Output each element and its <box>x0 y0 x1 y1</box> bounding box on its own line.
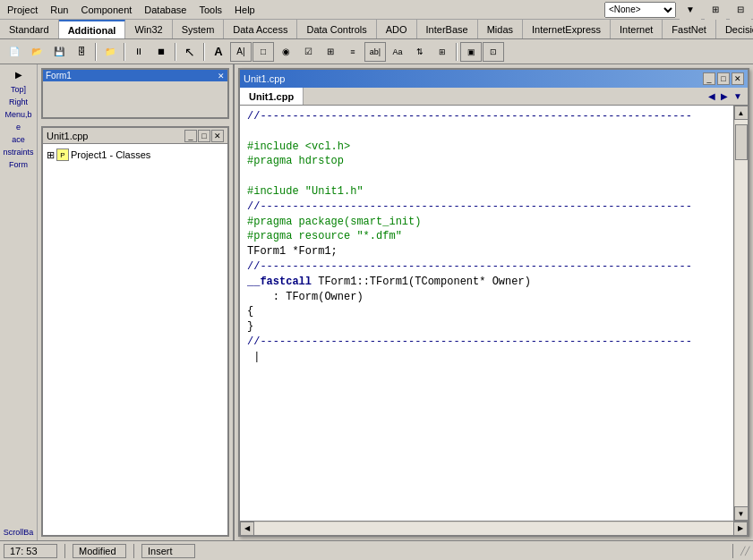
btn-memo[interactable]: ≡ <box>342 42 364 62</box>
sidebar-label-e[interactable]: e <box>16 123 21 132</box>
tab-datacontrols[interactable]: Data Controls <box>297 20 376 38</box>
status-div1 <box>64 544 65 558</box>
btn-font[interactable]: A <box>208 42 229 62</box>
btn-saveall[interactable]: 🗄 <box>71 42 92 62</box>
expand-icon: ⊞ <box>47 149 55 161</box>
sidebar-arrow-up[interactable]: ▶ <box>13 68 24 81</box>
tree-maximize[interactable]: □ <box>198 130 210 142</box>
btn-check[interactable]: ☑ <box>297 42 319 62</box>
tab-midas[interactable]: Midas <box>478 20 523 38</box>
tab-win32[interactable]: Win32 <box>125 20 172 38</box>
code-line-5 <box>247 169 726 184</box>
tree-item-project[interactable]: ⊞ P Project1 - Classes <box>47 148 224 162</box>
btn-scroll[interactable]: ⇅ <box>409 42 431 62</box>
body-area: ▶ Top] Right Menu,b e ace nstraints Form… <box>0 64 753 540</box>
sidebar-label-menub[interactable]: Menu,b <box>4 110 31 119</box>
menu-tools[interactable]: Tools <box>193 3 227 17</box>
status-position: 17: 53 <box>4 544 57 558</box>
tree-titlebar: Unit1.cpp _ □ ✕ <box>43 128 227 144</box>
btn-radio[interactable]: ◉ <box>275 42 296 62</box>
h-scrollbar-left-btn[interactable]: ◀ <box>240 522 254 536</box>
btn-group[interactable]: ⊞ <box>320 42 341 62</box>
ide-window: Unit1.cpp _ □ ✕ Unit1.cpp ◀ ▶ ▼ <box>238 68 749 537</box>
code-wrapper: //--------------------------------------… <box>240 106 748 521</box>
btn-toggle1[interactable]: ▣ <box>460 42 482 62</box>
sidebar-label-form[interactable]: Form <box>9 160 28 169</box>
btn-grid[interactable]: ⊞ <box>432 42 453 62</box>
tab-system[interactable]: System <box>173 20 225 38</box>
sep3 <box>175 43 176 61</box>
sidebar-label-right[interactable]: Right <box>9 98 28 106</box>
btn-toggle2[interactable]: ⊡ <box>483 42 504 62</box>
ide-titlebar-buttons: _ □ ✕ <box>703 72 744 85</box>
btn-open2[interactable]: 📁 <box>99 42 121 62</box>
sep1 <box>95 43 97 61</box>
code-editor[interactable]: //--------------------------------------… <box>240 106 733 521</box>
tab-interbase[interactable]: InterBase <box>417 20 478 38</box>
sidebar-label-top[interactable]: Top] <box>11 85 26 94</box>
ide-close-btn[interactable]: ✕ <box>732 72 744 85</box>
tree-title: Unit1.cpp <box>47 131 88 141</box>
code-line-12: __fastcall TForm1::TForm1(TComponent* Ow… <box>247 275 726 290</box>
code-line-3: #include <vcl.h> <box>247 140 726 155</box>
btn-save[interactable]: 💾 <box>48 42 70 62</box>
btn-label[interactable]: Aa <box>387 42 408 62</box>
editor-nav-fwd[interactable]: ▶ <box>719 91 730 101</box>
code-line-14: { <box>247 304 726 319</box>
btn-pause[interactable]: ⏸ <box>128 42 150 62</box>
code-line-2 <box>247 124 726 140</box>
btn-arrow[interactable]: ↖ <box>179 42 201 62</box>
scrollbar-down-btn[interactable]: ▼ <box>734 506 749 521</box>
tab-standard[interactable]: Standard <box>0 20 59 38</box>
tab-decision[interactable]: Decision C <box>716 20 753 38</box>
btn-text[interactable]: A| <box>230 42 252 62</box>
tab-dataaccess[interactable]: Data Access <box>224 20 297 38</box>
sidebar-label-ace[interactable]: ace <box>12 135 25 144</box>
sidebar-label-nstraints[interactable]: nstraints <box>3 148 33 157</box>
btn-open[interactable]: 📂 <box>26 42 47 62</box>
project-icon: P <box>56 148 69 161</box>
btn-frame[interactable]: □ <box>252 42 274 62</box>
h-scrollbar-right-btn[interactable]: ▶ <box>733 522 748 536</box>
tab-internetexpress[interactable]: InternetExpress <box>523 20 611 38</box>
btn-new[interactable]: 📄 <box>4 42 25 62</box>
tab-ado[interactable]: ADO <box>377 20 417 38</box>
status-div2 <box>133 544 134 558</box>
tab-fastnet[interactable]: FastNet <box>663 20 716 38</box>
editor-nav-back[interactable]: ◀ <box>706 91 717 101</box>
tree-minimize[interactable]: _ <box>184 130 197 142</box>
horizontal-scrollbar: ◀ ▶ <box>240 521 748 535</box>
code-line-9: #pragma resource "*.dfm" <box>247 229 726 244</box>
tab-additional[interactable]: Additional <box>59 20 126 38</box>
menu-database[interactable]: Database <box>139 3 192 17</box>
ide-minimize-btn[interactable]: _ <box>703 72 715 85</box>
component-selector[interactable]: <None> <box>604 2 676 18</box>
selector-btn1[interactable]: ▼ <box>680 0 701 20</box>
left-panel: Form1 ✕ Unit1.cpp _ □ ✕ ⊞ <box>38 64 235 540</box>
scrollbar-track[interactable] <box>735 120 748 506</box>
form1-close-icon[interactable]: ✕ <box>218 72 225 81</box>
tree-close[interactable]: ✕ <box>211 130 224 142</box>
menu-run[interactable]: Run <box>45 3 73 17</box>
tab-internet[interactable]: Internet <box>611 20 663 38</box>
editor-tab-unit1[interactable]: Unit1.cpp <box>240 88 304 105</box>
ide-restore-btn[interactable]: □ <box>717 72 730 85</box>
selector-btn2[interactable]: ⊞ <box>705 0 726 20</box>
sidebar-label-scrollba[interactable]: ScrollBa <box>4 528 34 537</box>
code-line-7: //--------------------------------------… <box>247 199 726 215</box>
vertical-scrollbar: ▲ ▼ <box>733 106 748 521</box>
btn-edit[interactable]: ab| <box>364 42 386 62</box>
form1-content <box>43 81 227 117</box>
h-scrollbar-track[interactable] <box>254 522 733 535</box>
scrollbar-thumb[interactable] <box>735 124 748 160</box>
menu-project[interactable]: Project <box>2 3 43 17</box>
tree-project-label: Project1 - Classes <box>71 149 150 160</box>
status-spacer <box>202 544 733 558</box>
menu-help[interactable]: Help <box>229 3 261 17</box>
scrollbar-up-btn[interactable]: ▲ <box>734 106 749 120</box>
btn-stop[interactable]: ⏹ <box>150 42 172 62</box>
menu-component[interactable]: Component <box>75 3 137 17</box>
tree-controls: _ □ ✕ <box>184 130 224 142</box>
selector-btn3[interactable]: ⊟ <box>730 0 751 20</box>
editor-nav-down[interactable]: ▼ <box>732 91 744 101</box>
